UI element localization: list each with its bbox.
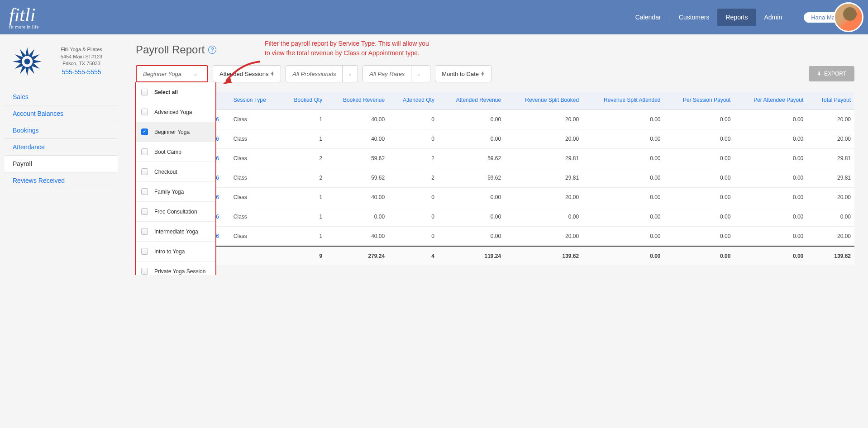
date-range-filter[interactable]: Month to Date ▲▼	[435, 65, 491, 82]
dropdown-option[interactable]: Private Yoga Session	[136, 262, 215, 275]
professional-filter[interactable]: All Professionals ⌄	[286, 65, 358, 82]
nav-admin[interactable]: Admin	[756, 9, 791, 26]
table-row: er Hana Martin RC-006 Class 1 40.00 0 0.…	[136, 109, 854, 129]
svg-point-0	[24, 59, 30, 65]
business-name: Fitli Yoga & Pilates	[50, 46, 113, 53]
checkbox[interactable]	[141, 148, 148, 155]
dropdown-option-label: Intro to Yoga	[154, 248, 185, 255]
checkbox[interactable]	[141, 188, 148, 195]
column-header[interactable]: Per Attendee Payout	[734, 91, 807, 109]
dropdown-option[interactable]: Beginner Yoga	[136, 122, 215, 142]
checkbox[interactable]	[141, 208, 148, 215]
checkbox[interactable]	[141, 168, 148, 175]
column-header[interactable]: Attended Qty	[388, 91, 438, 109]
table-row: er Hana Martin RC-006 Class 1 40.00 0 0.…	[136, 226, 854, 246]
column-header[interactable]: Session Type	[230, 91, 281, 109]
sidebar-item-reviews-received[interactable]: Reviews Received	[5, 172, 118, 189]
dropdown-option[interactable]: Family Yoga	[136, 182, 215, 202]
table-row: er Hana Martin RC-006 Class 1 40.00 0 0.…	[136, 129, 854, 148]
session-sort-filter[interactable]: Attended Sessions ▲▼	[213, 65, 281, 82]
business-info: Fitli Yoga & Pilates 5454 Main St #123 F…	[50, 46, 113, 77]
dropdown-option-label: Family Yoga	[154, 189, 184, 195]
pay-rate-filter[interactable]: All Pay Rates ⌄	[362, 65, 430, 82]
top-nav: Calendar | Customers Reports Admin Hana …	[627, 0, 859, 34]
checkbox[interactable]	[141, 228, 148, 235]
dropdown-option-label: Advanced Yoga	[154, 109, 192, 115]
checkbox[interactable]	[141, 128, 148, 135]
dropdown-option[interactable]: Advanced Yoga	[136, 102, 215, 122]
filters-bar: Beginner Yoga ⌄ Select allAdvanced YogaB…	[136, 65, 854, 82]
sidebar-item-payroll[interactable]: Payroll	[5, 156, 118, 172]
table-row: er Hana Martin RC-006 Class 2 59.62 2 59…	[136, 148, 854, 168]
dropdown-option-label: Beginner Yoga	[154, 129, 190, 135]
dropdown-option-label: Free Consultation	[154, 209, 197, 215]
help-icon[interactable]: ?	[208, 46, 216, 54]
dropdown-option[interactable]: Free Consultation	[136, 202, 215, 222]
sidebar-item-sales[interactable]: Sales	[5, 89, 118, 105]
payroll-table: ProfessionalRateSession TypeBooked QtyBo…	[136, 91, 854, 266]
sort-arrows-icon: ▲▼	[481, 71, 485, 76]
business-address1: 5454 Main St #123	[50, 53, 113, 60]
dropdown-option[interactable]: Select all	[136, 82, 215, 102]
session-sort-value: Attended Sessions ▲▼	[213, 71, 281, 77]
chevron-down-icon: ⌄	[411, 66, 426, 82]
column-header[interactable]: Total Payout	[807, 91, 854, 109]
dropdown-option-label: Intermediate Yoga	[154, 228, 198, 235]
sidebar-item-attendance[interactable]: Attendance	[5, 139, 118, 156]
table-header-row: ProfessionalRateSession TypeBooked QtyBo…	[136, 91, 854, 109]
logo-text: fitli	[9, 5, 39, 24]
page-title: Payroll Report ?	[136, 43, 854, 56]
dropdown-option-label: Select all	[154, 89, 178, 95]
nav-reports[interactable]: Reports	[717, 9, 756, 26]
business-address2: Frisco, TX 75033	[50, 60, 113, 67]
column-header[interactable]: Booked Revenue	[326, 91, 388, 109]
dropdown-option-label: Checkout	[154, 169, 177, 175]
column-header[interactable]: Revenue Split Booked	[505, 91, 582, 109]
annotation: Filter the payroll report by Service Typ…	[265, 39, 429, 58]
sidebar: Fitli Yoga & Pilates 5454 Main St #123 F…	[0, 34, 122, 275]
dropdown-option[interactable]: Intermediate Yoga	[136, 222, 215, 242]
column-header[interactable]: Booked Qty	[281, 91, 326, 109]
totals-row: 9279.24 4119.24 139.620.00 0.000.00 139.…	[136, 246, 854, 266]
business-logo-icon	[9, 43, 45, 80]
pay-rate-value: All Pay Rates	[363, 71, 411, 77]
checkbox[interactable]	[141, 89, 148, 95]
dropdown-option[interactable]: Boot Camp	[136, 142, 215, 162]
header: fitli fit more in life Calendar | Custom…	[0, 0, 868, 34]
nav-calendar[interactable]: Calendar	[627, 9, 669, 26]
logo-tagline: fit more in life	[9, 24, 39, 29]
checkbox[interactable]	[141, 248, 148, 255]
service-type-filter[interactable]: Beginner Yoga ⌄	[136, 65, 208, 82]
nav-customers[interactable]: Customers	[671, 9, 718, 26]
dropdown-option-label: Boot Camp	[154, 149, 181, 155]
dropdown-option-label: Private Yoga Session	[154, 268, 205, 275]
avatar[interactable]	[834, 2, 863, 32]
business-phone[interactable]: 555-555-5555	[50, 68, 113, 77]
dropdown-option[interactable]: Intro to Yoga	[136, 242, 215, 262]
side-nav: SalesAccount BalancesBookingsAttendanceP…	[5, 89, 118, 189]
sidebar-item-account-balances[interactable]: Account Balances	[5, 105, 118, 122]
export-button[interactable]: ⬇ EXPORT	[809, 66, 854, 81]
table-row: er Hana Martin RC-006 Class 1 40.00 0 0.…	[136, 187, 854, 207]
table-row: er Hana Martin RC-006 Class 2 59.62 2 59…	[136, 168, 854, 187]
dropdown-option[interactable]: Checkout	[136, 162, 215, 182]
sort-arrows-icon: ▲▼	[270, 71, 274, 76]
download-icon: ⬇	[817, 71, 821, 77]
column-header[interactable]: Revenue Split Attended	[582, 91, 664, 109]
professional-value: All Professionals	[286, 71, 342, 77]
service-type-value: Beginner Yoga	[137, 71, 188, 77]
sidebar-item-bookings[interactable]: Bookings	[5, 122, 118, 139]
table-row: er Hana Martin RC-006 Class 1 0.00 0 0.0…	[136, 207, 854, 226]
service-type-dropdown: Select allAdvanced YogaBeginner YogaBoot…	[135, 82, 216, 275]
main-content: Filter the payroll report by Service Typ…	[122, 34, 868, 275]
logo[interactable]: fitli fit more in life	[9, 5, 39, 29]
column-header[interactable]: Per Session Payout	[664, 91, 734, 109]
chevron-down-icon: ⌄	[188, 66, 203, 81]
checkbox[interactable]	[141, 109, 148, 115]
business-block: Fitli Yoga & Pilates 5454 Main St #123 F…	[5, 43, 118, 80]
column-header[interactable]: Attended Revenue	[438, 91, 505, 109]
date-range-value: Month to Date ▲▼	[435, 71, 491, 77]
checkbox[interactable]	[141, 268, 148, 275]
chevron-down-icon: ⌄	[342, 66, 357, 82]
